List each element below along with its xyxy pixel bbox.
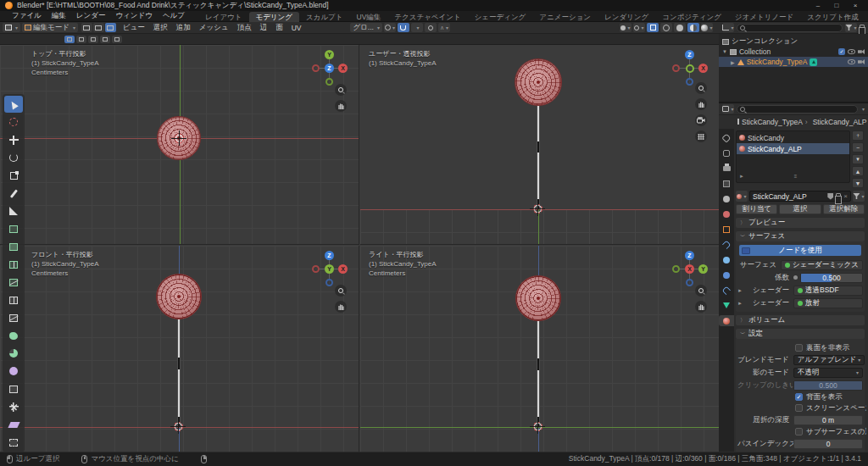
axis-x-neg-handle[interactable] — [312, 265, 320, 273]
properties-search-input[interactable] — [737, 105, 858, 114]
nav-gizmo[interactable]: Z X Y — [311, 251, 348, 288]
checkbox-unchecked[interactable] — [795, 404, 803, 412]
pivot-point-dropdown[interactable]: ▾ — [384, 23, 396, 32]
tool-rotate[interactable] — [4, 149, 23, 166]
unlink-material-icon[interactable]: × — [843, 192, 848, 200]
axis-x-handle[interactable]: X — [698, 64, 708, 73]
menu-render[interactable]: レンダー — [71, 11, 111, 21]
assign-button[interactable]: 割り当て — [736, 204, 777, 214]
select-button[interactable]: 選択 — [779, 204, 821, 214]
menu-view[interactable]: ビュー — [120, 23, 148, 33]
breadcrumb-material[interactable]: StickCandy_ALP — [813, 118, 867, 126]
select-intersect-button[interactable] — [112, 36, 122, 43]
menu-help[interactable]: ヘルプ — [158, 11, 190, 21]
hide-eye-icon[interactable] — [848, 49, 855, 54]
tab-physics[interactable] — [719, 269, 734, 280]
move-slot-down-button[interactable]: ▼ — [852, 178, 864, 188]
shading-wireframe-button[interactable] — [660, 23, 672, 32]
deselect-button[interactable]: 選択解除 — [823, 204, 865, 214]
checkbox-checked[interactable]: ✓ — [795, 393, 803, 401]
axis-z-handle[interactable]: Z — [685, 50, 694, 59]
material-name-field[interactable]: StickCandy_ALP × — [749, 191, 851, 202]
axis-y-neg-handle[interactable] — [672, 265, 680, 273]
tab-animation[interactable]: アニメーション — [532, 12, 598, 22]
axis-z-handle[interactable]: Z — [325, 251, 334, 260]
shader1-dropdown[interactable]: 透過BSDF — [793, 286, 863, 296]
axis-z-neg-handle[interactable] — [686, 78, 693, 86]
tab-shading[interactable]: シェーディング — [468, 12, 533, 22]
pan-button[interactable] — [695, 98, 707, 110]
expand-icon[interactable]: ▶ — [731, 59, 735, 65]
menu-select[interactable]: 選択 — [150, 23, 171, 33]
snap-settings-dropdown[interactable]: ▾ — [411, 23, 423, 32]
axis-x-handle[interactable]: X — [338, 64, 348, 73]
zoom-button[interactable] — [335, 285, 347, 297]
tab-compositing[interactable]: コンポジティング — [655, 12, 728, 22]
select-set-button[interactable] — [64, 36, 75, 43]
tool-inset-faces[interactable] — [4, 256, 23, 273]
tab-world[interactable] — [719, 208, 734, 219]
tab-rendering[interactable]: レンダリング — [598, 12, 655, 22]
tool-loop-cut[interactable] — [4, 291, 23, 308]
quad-top-view[interactable]: トップ・平行投影 (1) StickCandy_TypeA Centimeter… — [0, 45, 359, 245]
object-row[interactable]: ▶ StickCandy_TypeA — [719, 57, 868, 67]
quad-user-view[interactable]: ユーザー・透視投影 (1) StickCandy_TypeA Z X — [360, 45, 719, 245]
pan-button[interactable] — [335, 100, 347, 112]
blend-mode-dropdown[interactable]: アルファブレンド▾ — [793, 355, 865, 365]
overlays-dropdown[interactable]: ▾ — [633, 23, 645, 32]
panel-volume[interactable]: 〉ボリューム — [736, 315, 865, 325]
shading-solid-button[interactable] — [674, 23, 686, 32]
zoom-button[interactable] — [335, 84, 347, 96]
slot-specials-button[interactable]: ▾ — [852, 154, 864, 164]
tool-move[interactable] — [4, 131, 23, 148]
outliner-search-input[interactable] — [737, 24, 843, 32]
breadcrumb-object[interactable]: StickCandy_TypeA — [742, 118, 803, 126]
shading-material-button[interactable] — [687, 23, 699, 32]
backface-hide-row[interactable]: 裏面を非表示 — [737, 343, 863, 352]
select-subtract-button[interactable] — [88, 36, 98, 43]
axis-y-handle[interactable]: Y — [325, 50, 334, 59]
tool-spin[interactable] — [4, 345, 23, 362]
tool-poly-build[interactable] — [4, 327, 23, 344]
nav-gizmo[interactable]: Y X Z — [311, 50, 348, 87]
material-slot-selected[interactable]: StickCandy_ALP — [737, 143, 849, 154]
menu-face[interactable]: 面 — [272, 23, 287, 33]
expand-icon[interactable]: ▼ — [722, 49, 727, 54]
tab-scripting[interactable]: スクリプト作成 — [800, 12, 865, 22]
editor-type-button[interactable]: ▾ — [3, 23, 20, 32]
render-camera-icon[interactable] — [858, 49, 865, 54]
tool-annotate[interactable] — [4, 185, 23, 202]
axis-z-neg-handle[interactable] — [686, 279, 693, 286]
material-slot[interactable]: StickCandy — [737, 132, 849, 143]
shader2-dropdown[interactable]: 放射 — [793, 298, 863, 308]
axis-y-handle[interactable]: Y — [698, 264, 708, 274]
tool-cursor[interactable] — [4, 114, 23, 130]
nav-gizmo[interactable]: Z Y X — [671, 251, 709, 288]
snap-toggle[interactable] — [398, 23, 409, 32]
scene-collection-row[interactable]: シーンコレクション — [719, 36, 868, 47]
menu-edit[interactable]: 編集 — [47, 11, 71, 21]
tab-uv[interactable]: UV編集 — [350, 12, 388, 22]
tool-edge-slide[interactable] — [4, 380, 23, 397]
tab-view-layer[interactable] — [719, 178, 734, 189]
tab-constraints[interactable] — [719, 285, 734, 296]
browse-material-button[interactable]: ▾ — [736, 191, 748, 202]
select-invert-button[interactable] — [100, 36, 110, 43]
tool-extrude-region[interactable] — [4, 238, 23, 255]
gizmo-dropdown[interactable]: ▾ — [620, 23, 632, 32]
outliner-display-mode-dropdown[interactable]: ▾ — [722, 23, 734, 32]
axis-y-handle[interactable] — [686, 64, 694, 73]
tool-select-box[interactable] — [4, 96, 23, 113]
tab-material[interactable] — [719, 315, 734, 326]
tool-add-cube[interactable] — [4, 220, 23, 237]
edge-select-button[interactable] — [93, 23, 104, 32]
axis-x-handle[interactable]: X — [685, 264, 694, 274]
axis-x-neg-handle[interactable] — [672, 64, 680, 72]
clip-threshold-slider[interactable]: 0.500 — [793, 380, 863, 391]
tab-sculpt[interactable]: スカルプト — [299, 12, 350, 22]
move-slot-up-button[interactable]: ▲ — [852, 166, 864, 176]
perspective-toggle-button[interactable] — [695, 130, 707, 142]
tab-modifiers[interactable] — [719, 239, 734, 250]
tool-measure[interactable] — [4, 202, 23, 219]
menu-add[interactable]: 追加 — [173, 23, 194, 33]
